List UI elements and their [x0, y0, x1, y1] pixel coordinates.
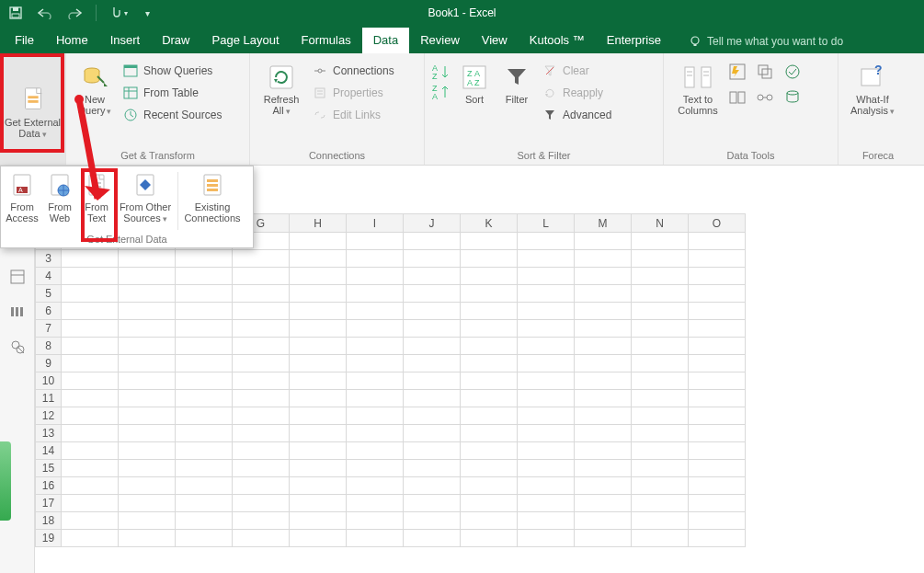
tab-kutools[interactable]: Kutools ™ [519, 28, 596, 53]
cell[interactable] [518, 355, 575, 372]
cell[interactable] [461, 425, 518, 442]
cell[interactable] [290, 442, 347, 460]
row-header[interactable]: 8 [36, 338, 62, 355]
cell[interactable] [233, 268, 290, 285]
cell[interactable] [347, 372, 404, 390]
text-to-columns-button[interactable]: Text to Columns [669, 57, 726, 116]
cell[interactable] [632, 233, 689, 250]
cell[interactable] [176, 320, 233, 338]
cell[interactable] [518, 285, 575, 303]
cell[interactable] [233, 495, 290, 512]
cell[interactable] [176, 495, 233, 512]
cell[interactable] [632, 303, 689, 320]
cell[interactable] [233, 285, 290, 303]
cell[interactable] [632, 320, 689, 338]
cell[interactable] [632, 268, 689, 285]
qat-customize-button[interactable]: ▾ [135, 3, 159, 23]
cell[interactable] [632, 390, 689, 407]
cell[interactable] [404, 425, 461, 442]
cell[interactable] [119, 495, 176, 512]
cell[interactable] [347, 460, 404, 477]
cell[interactable] [689, 285, 746, 303]
cell[interactable] [62, 477, 119, 495]
column-header[interactable]: O [689, 214, 746, 233]
cell[interactable] [689, 233, 746, 250]
flash-fill-button[interactable] [728, 63, 752, 85]
cell[interactable] [176, 460, 233, 477]
cell[interactable] [689, 425, 746, 442]
row-header[interactable]: 10 [36, 372, 62, 390]
cell[interactable] [689, 442, 746, 460]
cell[interactable] [461, 477, 518, 495]
cell[interactable] [176, 355, 233, 372]
connections-button[interactable]: Connections [309, 61, 398, 81]
cell[interactable] [461, 268, 518, 285]
cell[interactable] [347, 303, 404, 320]
cell[interactable] [689, 460, 746, 477]
cell[interactable] [404, 477, 461, 495]
data-validation-button[interactable] [783, 63, 807, 85]
cell[interactable] [62, 268, 119, 285]
cell[interactable] [689, 477, 746, 495]
cell[interactable] [632, 442, 689, 460]
cell[interactable] [689, 390, 746, 407]
cell[interactable] [575, 442, 632, 460]
cell[interactable] [290, 233, 347, 250]
cell[interactable] [119, 425, 176, 442]
cell[interactable] [233, 320, 290, 338]
cell[interactable] [347, 530, 404, 547]
column-header[interactable]: N [632, 214, 689, 233]
cell[interactable] [575, 425, 632, 442]
cell[interactable] [290, 425, 347, 442]
cell[interactable] [62, 390, 119, 407]
what-if-analysis-button[interactable]: ? What-If Analysis [844, 57, 901, 117]
sort-asc-button[interactable]: AZ [430, 63, 452, 81]
tab-page-layout[interactable]: Page Layout [201, 28, 291, 53]
cell[interactable] [62, 320, 119, 338]
relationships-button[interactable] [756, 88, 780, 110]
row-header[interactable]: 14 [36, 442, 62, 460]
cell[interactable] [404, 338, 461, 355]
cell[interactable] [575, 285, 632, 303]
cell[interactable] [404, 303, 461, 320]
cell[interactable] [176, 372, 233, 390]
cell[interactable] [290, 460, 347, 477]
cell[interactable] [233, 460, 290, 477]
cell[interactable] [632, 407, 689, 425]
cell[interactable] [632, 512, 689, 530]
row-header[interactable]: 9 [36, 355, 62, 372]
cell[interactable] [347, 512, 404, 530]
refresh-all-button[interactable]: Refresh All [256, 57, 307, 117]
cell[interactable] [290, 250, 347, 268]
cell[interactable] [404, 355, 461, 372]
cell[interactable] [461, 530, 518, 547]
cell[interactable] [632, 425, 689, 442]
cell[interactable] [119, 372, 176, 390]
cell[interactable] [575, 477, 632, 495]
column-header[interactable]: L [518, 214, 575, 233]
cell[interactable] [176, 390, 233, 407]
cell[interactable] [347, 320, 404, 338]
cell[interactable] [119, 250, 176, 268]
column-header[interactable]: M [575, 214, 632, 233]
tab-draw[interactable]: Draw [151, 28, 200, 53]
cell[interactable] [632, 460, 689, 477]
cell[interactable] [347, 233, 404, 250]
row-header[interactable]: 19 [36, 530, 62, 547]
cell[interactable] [176, 285, 233, 303]
row-header[interactable]: 11 [36, 390, 62, 407]
cell[interactable] [290, 407, 347, 425]
cell[interactable] [575, 338, 632, 355]
cell[interactable] [461, 320, 518, 338]
cell[interactable] [290, 495, 347, 512]
tab-formulas[interactable]: Formulas [291, 28, 362, 53]
cell[interactable] [518, 495, 575, 512]
cell[interactable] [62, 355, 119, 372]
cell[interactable] [518, 268, 575, 285]
cell[interactable] [404, 320, 461, 338]
cell[interactable] [632, 495, 689, 512]
cell[interactable] [575, 460, 632, 477]
nav-find-icon[interactable] [9, 338, 26, 355]
cell[interactable] [119, 407, 176, 425]
cell[interactable] [62, 407, 119, 425]
